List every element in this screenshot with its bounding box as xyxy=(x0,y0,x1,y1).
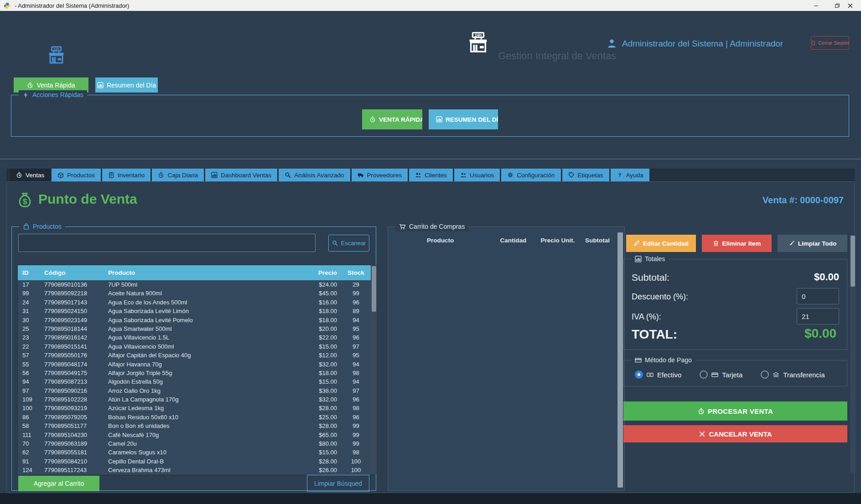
cell-producto: Alfajor Capitán del Espacio 40g xyxy=(108,351,300,360)
tab-label: Inventario xyxy=(118,172,145,179)
pencil-icon xyxy=(633,240,640,247)
tab-ventas[interactable]: Ventas xyxy=(10,169,50,181)
payment-method-tarjeta[interactable]: Tarjeta xyxy=(700,370,742,379)
cell-id: 109 xyxy=(18,395,44,404)
cart-actions: Editar Cantidad Eliminar Item Limpiar To… xyxy=(626,235,847,252)
page-scrollbar-thumb[interactable] xyxy=(851,236,855,287)
payment-method-efectivo[interactable]: Efectivo xyxy=(635,370,681,379)
cell-codigo: 7790895023149 xyxy=(44,316,108,324)
payment-method-transferencia[interactable]: Transferencia xyxy=(761,370,825,379)
table-row[interactable]: 1097790895102228Atún La Campagnola 170g$… xyxy=(18,395,371,404)
cell-precio: $26.00 xyxy=(300,466,341,474)
tab-dashboard-ventas[interactable]: Dashboard Ventas xyxy=(205,169,277,181)
discount-input[interactable] xyxy=(797,288,839,304)
close-button[interactable] xyxy=(847,0,861,11)
logout-button[interactable]: Cerrar Sesión xyxy=(811,36,849,50)
user-icon xyxy=(607,38,617,49)
cell-precio: $25.00 xyxy=(300,413,341,422)
quick-resumen-dia-button[interactable]: RESUMEN DEL DÍA xyxy=(429,109,498,129)
table-row[interactable]: 947790895087213Algodón Estrella 50g$15.0… xyxy=(18,377,371,386)
cart-group: Carrito de Compras xyxy=(388,226,625,491)
table-row[interactable]: 237790895016142Agua Villavicencio 1.5L$2… xyxy=(18,333,371,342)
minimize-button[interactable] xyxy=(805,0,826,11)
cell-stock: 99 xyxy=(341,422,371,430)
table-row[interactable]: 257790895018144Agua Smartwater 500ml$20.… xyxy=(18,324,371,333)
cell-id: 24 xyxy=(18,298,44,307)
tab-configuracion[interactable]: Configuración xyxy=(501,169,560,181)
window-title: - Administrador del Sistema (Administrad… xyxy=(15,2,129,9)
add-to-cart-button[interactable]: Agregar al Carrito xyxy=(18,476,99,491)
scan-button[interactable]: Escanear xyxy=(328,235,369,252)
cell-id: 58 xyxy=(18,422,44,430)
tab-label: Ayuda xyxy=(626,172,643,179)
table-row[interactable]: 867790895079205Bolsas Residuo 50x60 x10$… xyxy=(18,413,371,422)
table-row[interactable]: 577790895050176Alfajor Capitán del Espac… xyxy=(18,351,371,360)
tab-analisis-avanzado[interactable]: Análisis Avanzado xyxy=(279,169,350,181)
products-table-scrollbar-thumb[interactable] xyxy=(372,266,376,312)
cell-stock: 98 xyxy=(341,448,371,457)
cell-codigo: 7790895016142 xyxy=(44,333,108,342)
table-row[interactable]: 1247790895117243Cerveza Brahma 473ml$26.… xyxy=(18,466,371,474)
cell-id: 22 xyxy=(18,342,44,351)
radio-unselected[interactable] xyxy=(700,370,708,379)
cart-scrollbar[interactable] xyxy=(617,232,623,488)
table-row[interactable]: 1117790895104230Café Nescafé 170g$65.009… xyxy=(18,431,371,439)
cell-stock: 89 xyxy=(341,307,371,315)
tab-inventario[interactable]: Inventario xyxy=(102,169,150,181)
cell-producto: Cepillo Dental Oral-B xyxy=(108,457,300,466)
question-icon: ? xyxy=(617,172,623,178)
table-row[interactable]: 247790895017143Agua Eco de los Andes 500… xyxy=(18,298,371,307)
table-row[interactable]: 567790895049175Alfajor Jorgito Triple 55… xyxy=(18,369,371,377)
table-row[interactable]: 557790895048174Alfajor Havanna 70g$32.00… xyxy=(18,360,371,369)
tab-clientes[interactable]: Clientes xyxy=(409,169,453,181)
cell-producto: Café Nescafé 170g xyxy=(108,431,300,439)
minimize-icon xyxy=(813,3,819,9)
tab-etiquetas[interactable]: Etiquetas xyxy=(562,169,609,181)
table-row[interactable]: 977790895090216Arroz Gallo Oro 1kg$38.00… xyxy=(18,386,371,395)
radio-selected[interactable] xyxy=(635,370,643,379)
product-search-input[interactable] xyxy=(18,234,316,252)
tab-label: Etiquetas xyxy=(578,172,603,179)
cell-stock: 97 xyxy=(341,386,371,395)
table-row[interactable]: 1007790895093219Azúcar Ledesma 1kg$28.00… xyxy=(18,404,371,412)
cell-id: 17 xyxy=(18,280,44,289)
edit-quantity-button[interactable]: Editar Cantidad xyxy=(626,235,696,252)
table-row[interactable]: 317790895024150Agua Saborizada Levité Li… xyxy=(18,307,371,315)
table-row[interactable]: 997790895092218Aceite Natura 900ml$45.00… xyxy=(18,289,371,298)
table-row[interactable]: 707790895063189Camel 20u$80.0099 xyxy=(18,439,371,448)
tab-productos[interactable]: Productos xyxy=(52,169,101,181)
process-sale-button[interactable]: PROCESAR VENTA xyxy=(623,401,847,421)
table-row[interactable]: 917790895084210Cepillo Dental Oral-B$28.… xyxy=(18,457,371,466)
table-row[interactable]: 627790895055181Caramelos Sugus x10$15.00… xyxy=(18,448,371,457)
magnifier-icon xyxy=(285,172,291,178)
tab-caja-diaria[interactable]: Caja Diaria xyxy=(152,169,204,181)
page-title: Punto de Venta xyxy=(38,191,137,207)
table-row[interactable]: 587790895051177Bon o Bon x6 unidades$28.… xyxy=(18,422,371,430)
table-row[interactable]: 1777908950101367UP 500ml$24.0029 xyxy=(18,280,371,289)
resumen-dia-button[interactable]: Resumen del Día xyxy=(95,77,158,93)
tab-label: Análisis Avanzado xyxy=(294,172,344,179)
cell-producto: Aceite Natura 900ml xyxy=(108,289,300,298)
maximize-button[interactable] xyxy=(826,0,847,11)
cell-id: 25 xyxy=(18,324,44,333)
tab-ayuda[interactable]: ?Ayuda xyxy=(611,169,649,181)
table-row[interactable]: 307790895023149Agua Saborizada Levité Po… xyxy=(18,316,371,324)
iva-input[interactable] xyxy=(797,308,839,324)
clear-search-button[interactable]: Limpiar Búsqued xyxy=(307,475,369,492)
trash-icon xyxy=(713,240,719,247)
cell-producto: Agua Saborizada Levité Limón xyxy=(108,307,300,315)
moneybag-icon: $ xyxy=(16,192,33,209)
quick-venta-rapida-button[interactable]: VENTA RÁPIDA xyxy=(362,109,422,129)
radio-unselected[interactable] xyxy=(761,370,769,379)
tab-proveedores[interactable]: Proveedores xyxy=(352,169,408,181)
cell-codigo: 7790895087213 xyxy=(44,377,108,386)
people-icon xyxy=(415,172,421,178)
cancel-sale-button[interactable]: CANCELAR VENTA xyxy=(623,425,847,442)
remove-item-button[interactable]: Eliminar Item xyxy=(702,235,772,252)
tab-usuarios[interactable]: Usuarios xyxy=(454,169,500,181)
table-row[interactable]: 227790895015141Agua Villavicencio 500ml$… xyxy=(18,342,371,351)
clear-cart-button[interactable]: Limpiar Todo xyxy=(778,235,847,252)
x-icon xyxy=(699,431,705,437)
cell-stock: 29 xyxy=(341,280,371,289)
cell-precio: $18.00 xyxy=(300,316,341,324)
